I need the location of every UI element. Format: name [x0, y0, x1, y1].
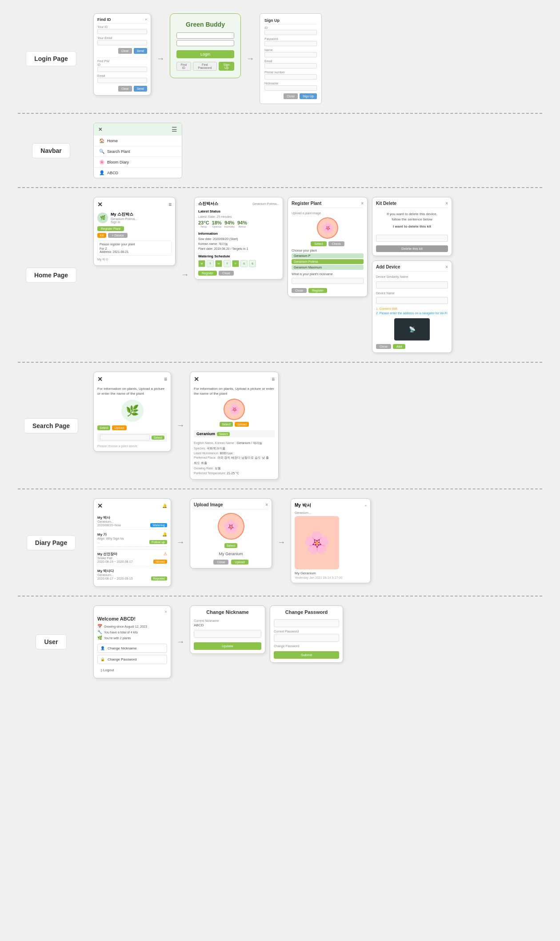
your-email-input[interactable]: [97, 40, 147, 45]
plant-option-2[interactable]: Geranium Polima: [292, 259, 364, 264]
register-plant-btn[interactable]: Register Plant: [97, 226, 124, 231]
device-btn[interactable]: + Device: [108, 233, 127, 238]
reg-modal-register-btn[interactable]: Register: [308, 288, 327, 293]
delete-kit-btn[interactable]: Delete this kit: [376, 245, 448, 252]
navbar-home[interactable]: 🏠 Home: [94, 136, 182, 146]
find-pw-send-btn[interactable]: Send: [134, 86, 147, 92]
reg-check-btn[interactable]: Check: [328, 241, 344, 246]
latest-status-title: Latest Status: [198, 209, 279, 213]
find-id-send-btn[interactable]: Send: [134, 48, 147, 54]
add-device-close-btn[interactable]: Close: [376, 344, 391, 349]
sow-date: Sow date: 2020/08/20 (Start): [198, 236, 279, 241]
upload-modal-title: Upload Image ×: [194, 502, 268, 509]
current-password-input[interactable]: [274, 619, 339, 627]
tab-find-pw[interactable]: Find Password: [193, 62, 217, 71]
add-device-add-btn[interactable]: Add: [393, 344, 405, 349]
kit-delete-input[interactable]: [376, 235, 448, 242]
my-plants-label: My 박수: [97, 257, 172, 262]
navbar-profile[interactable]: 👤 ABCD: [94, 168, 182, 178]
user-main-screen: × Welcome ABCD! 📅 Growing since August 1…: [93, 605, 171, 678]
search-upload-btn[interactable]: Upload: [112, 425, 126, 430]
find-pw-btn-row: Clear Send: [97, 86, 147, 92]
plant4-date: 2020-08-17 ~ 2020-09-15: [97, 577, 133, 580]
submit-password-btn[interactable]: Submit: [274, 651, 339, 659]
diary-detail-title: My 박서: [295, 502, 311, 509]
diary-notification-icon: 🔔: [162, 504, 167, 508]
plant-name-input[interactable]: [100, 434, 150, 440]
plant-name-select-btn[interactable]: Select: [152, 436, 164, 440]
new-nickname-input[interactable]: [194, 630, 261, 638]
register-close-icon[interactable]: ×: [361, 201, 364, 206]
change-password-menu[interactable]: 🔒 Change Password: [97, 655, 167, 664]
navbar-search-plant[interactable]: 🔍 Search Plant: [94, 146, 182, 157]
detail-register-btn[interactable]: Register: [198, 271, 217, 276]
your-id-input[interactable]: [97, 29, 147, 34]
signup-phone-input[interactable]: [264, 74, 317, 80]
upload-select-btn[interactable]: Select: [224, 543, 237, 548]
home-menu-icon[interactable]: ≡: [168, 201, 172, 208]
detail-close-btn[interactable]: Close: [219, 271, 234, 276]
home-header: ✕ ≡: [97, 201, 172, 208]
device-name-input[interactable]: [376, 297, 448, 304]
diary-content: ✕ 🔔 My 박사 Geranium... 2020/08/20~Now Wat…: [93, 494, 551, 591]
result-select-green-btn[interactable]: Select: [217, 432, 230, 436]
upload-close-btn[interactable]: Close: [213, 560, 228, 565]
reg-select-btn[interactable]: Select: [311, 241, 326, 246]
find-pw-email-input[interactable]: [97, 78, 147, 83]
result-upload-btn[interactable]: Upload: [235, 422, 249, 427]
search-select-btn[interactable]: Select: [97, 425, 110, 430]
signup-nickname-input[interactable]: [264, 85, 317, 91]
navbar-mock: ✕ ☰ 🏠 Home 🔍 Search Plant 🌸 Bloom Diary …: [93, 123, 182, 178]
signup-pw-input[interactable]: [264, 41, 317, 46]
plant3-name: My 선인장마: [97, 552, 117, 557]
signup-email-input[interactable]: [264, 63, 317, 68]
login-id-input[interactable]: [176, 32, 234, 39]
signup-name-input[interactable]: [264, 52, 317, 57]
watering-title: Watering Schedule: [198, 254, 279, 258]
login-label: Login Page: [26, 51, 76, 66]
temp-sensor: 23°C Temp: [198, 220, 209, 228]
signup-close-btn[interactable]: Close: [284, 93, 298, 99]
diary-item-4: My 박사다 Geranium... 2020-08-17 ~ 2020-09-…: [97, 566, 167, 583]
change-nickname-menu[interactable]: 👤 Change Nickname: [97, 644, 167, 653]
find-id-clear-btn[interactable]: Clear: [118, 48, 132, 54]
result-plant-name: Geranium: [196, 432, 215, 436]
signup-pw-row: Password: [264, 37, 317, 46]
signup-id-input[interactable]: [264, 30, 317, 35]
add-device-close-icon[interactable]: ×: [445, 264, 448, 269]
tab-find-id[interactable]: Find ID: [176, 62, 191, 71]
result-select-btn[interactable]: Select: [220, 422, 232, 427]
logout-item[interactable]: :) Logout: [97, 666, 167, 674]
reg-modal-close-btn[interactable]: Close: [292, 288, 307, 293]
day-tue: T: [207, 260, 214, 267]
login-password-input[interactable]: [176, 40, 234, 46]
diary-icon: 🌸: [99, 160, 104, 164]
plant-nickname-input[interactable]: [292, 278, 364, 284]
connect-address: 2. Please enter the address on a navigat…: [376, 312, 448, 315]
user-screen-close[interactable]: ×: [164, 609, 167, 614]
kit-btn[interactable]: Kit: [97, 233, 106, 238]
signup-email-row: Email: [264, 60, 317, 68]
hamburger-icon[interactable]: ☰: [172, 126, 177, 133]
nickname-question: What is your plant's nickname: [292, 272, 364, 276]
plant-option-3[interactable]: Geranium Maximum: [292, 265, 364, 270]
search-header: ✕ ≡: [97, 376, 167, 383]
find-pw-id-input[interactable]: [97, 67, 147, 72]
find-pw-email-row: Email: [97, 74, 147, 83]
upload-modal-close-icon[interactable]: ×: [265, 502, 268, 507]
change-password-input[interactable]: [274, 634, 339, 642]
signup-submit-btn[interactable]: Sign Up: [300, 93, 317, 99]
upload-action-btn[interactable]: Upload: [231, 560, 248, 565]
find-pw-clear-btn[interactable]: Clear: [118, 86, 132, 92]
search-bar-empty: Select Upload: [97, 425, 167, 430]
navbar-bloom-diary[interactable]: 🌸 Bloom Diary: [94, 157, 182, 168]
kit-delete-close-icon[interactable]: ×: [445, 201, 448, 206]
diary-arrow-2: →: [276, 538, 286, 547]
plant-option-1[interactable]: Geranium P: [292, 253, 364, 258]
update-nickname-btn[interactable]: Update: [194, 642, 261, 650]
device-similarity-input[interactable]: [376, 281, 448, 288]
plant-icon: 🌿: [97, 636, 102, 640]
tab-sign-up[interactable]: Sign Up: [219, 62, 234, 71]
login-btn[interactable]: Login: [176, 50, 234, 58]
divider-5: [18, 596, 542, 597]
